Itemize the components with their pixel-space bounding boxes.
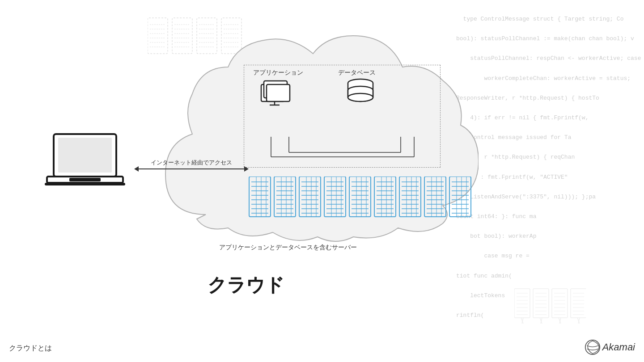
app-db-box: アプリケーション データベース xyxy=(244,65,441,168)
svg-rect-65 xyxy=(58,138,112,173)
bottom-left-label: クラウドとは xyxy=(9,344,52,353)
connector-lines xyxy=(244,137,441,173)
svg-rect-67 xyxy=(69,178,101,181)
akamai-text: Akamai xyxy=(602,341,635,353)
deco-servers-bottom xyxy=(514,284,586,326)
svg-rect-52 xyxy=(249,177,271,217)
db-icon xyxy=(343,74,378,110)
svg-rect-30 xyxy=(267,84,290,101)
arrow-line xyxy=(138,168,245,169)
svg-rect-68 xyxy=(45,183,125,185)
main-diagram: アプリケーション データベース xyxy=(0,0,492,362)
akamai-logo: Akamai xyxy=(585,339,635,355)
app-icon xyxy=(258,76,293,112)
akamai-icon xyxy=(585,339,601,355)
internet-arrow: インターネット経由でアクセス xyxy=(124,159,258,169)
svg-point-45 xyxy=(348,93,373,101)
laptop-icon xyxy=(45,130,125,192)
cloud-label: クラウド xyxy=(0,273,492,298)
arrow-label: インターネット経由でアクセス xyxy=(151,159,232,167)
db-label: データベース xyxy=(338,69,376,77)
server-caption: アプリケーションとデータベースを含むサーバー xyxy=(219,244,357,252)
server-rack-row xyxy=(248,177,476,223)
app-label: アプリケーション xyxy=(253,69,303,77)
